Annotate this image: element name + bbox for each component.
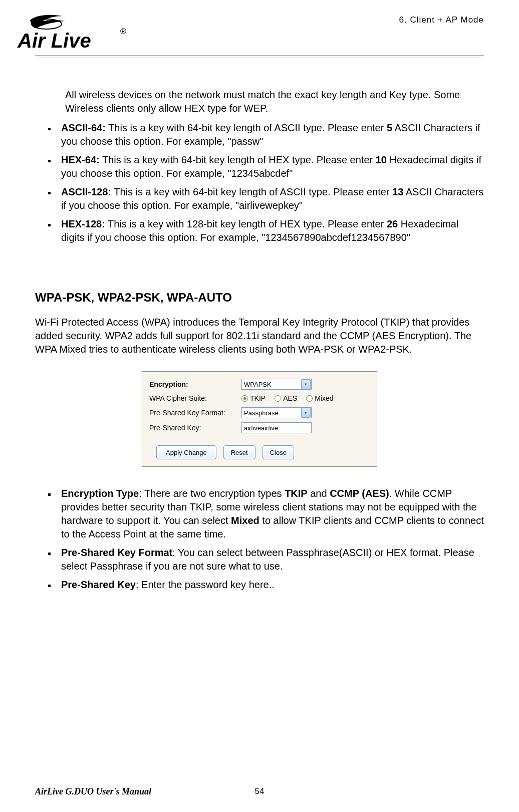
apply-button[interactable]: Apply Change — [156, 445, 216, 459]
explain-psk-format: Pre-Shared Key Format: You can select be… — [56, 546, 484, 573]
wep-item-ascii64: ASCII-64: This is a key with 64-bit key … — [56, 121, 484, 148]
cipher-radio-tkip[interactable]: TKIP — [241, 394, 266, 403]
encryption-label: Encryption: — [149, 380, 239, 389]
key-input[interactable]: airliveairlive — [241, 422, 312, 433]
wep-item-bold: ASCII-64: — [61, 122, 106, 133]
chapter-label: 6. Client + AP Mode — [399, 15, 484, 25]
page-footer: AirLive G.DUO User's Manual 54 — [35, 786, 484, 797]
wpa-section-title: WPA-PSK, WPA2-PSK, WPA-AUTO — [35, 290, 484, 306]
explain-list: Encryption Type: There are two encryptio… — [56, 487, 484, 592]
key-label: Pre-Shared Key: — [149, 423, 239, 433]
wep-item-hex128: HEX-128: This is a key with 128-bit key … — [56, 217, 484, 244]
wep-item-ascii128: ASCII-128: This is a key with 64-bit key… — [56, 185, 484, 212]
wpa-section-desc: Wi-Fi Protected Access (WPA) introduces … — [35, 316, 484, 356]
svg-text:®: ® — [120, 27, 126, 36]
format-select-value: Passphrase — [244, 409, 279, 418]
radio-icon — [306, 395, 313, 402]
explain-encryption-type: Encryption Type: There are two encryptio… — [56, 487, 484, 541]
encryption-dialog: Encryption: WPAPSK ▾ WPA Cipher Suite: T… — [142, 371, 377, 467]
wep-item-hex64: HEX-64: This is a key with 64-bit key le… — [56, 153, 484, 180]
encryption-select[interactable]: WPAPSK ▾ — [241, 379, 312, 390]
cipher-radio-mixed[interactable]: Mixed — [306, 394, 333, 403]
reset-button[interactable]: Reset — [223, 445, 255, 459]
main-content: All wireless devices on the network must… — [35, 88, 484, 592]
chevron-down-icon: ▾ — [301, 379, 311, 389]
chevron-down-icon: ▾ — [301, 408, 311, 418]
wep-intro-text: All wireless devices on the network must… — [65, 88, 484, 115]
svg-text:Air Live: Air Live — [17, 30, 91, 52]
cipher-label: WPA Cipher Suite: — [149, 394, 239, 403]
wep-list: ASCII-64: This is a key with 64-bit key … — [56, 121, 484, 244]
brand-logo: Air Live ® — [15, 10, 140, 57]
close-button[interactable]: Close — [263, 445, 294, 459]
format-label: Pre-Shared Key Format: — [149, 408, 239, 418]
radio-icon — [275, 395, 281, 402]
page-header: 6. Client + AP Mode Air Live ® — [35, 15, 484, 55]
encryption-select-value: WPAPSK — [244, 380, 272, 389]
dialog-figure: Encryption: WPAPSK ▾ WPA Cipher Suite: T… — [35, 371, 484, 467]
page-number: 54 — [255, 786, 265, 796]
header-rule-thin — [35, 58, 484, 58]
format-select[interactable]: Passphrase ▾ — [241, 407, 312, 418]
explain-psk: Pre-Shared Key: Enter the password key h… — [56, 578, 484, 592]
cipher-radio-aes[interactable]: AES — [275, 394, 297, 403]
manual-title: AirLive G.DUO User's Manual — [35, 786, 151, 797]
radio-icon — [241, 395, 248, 402]
cipher-radiogroup: TKIP AES Mixed — [241, 394, 334, 403]
